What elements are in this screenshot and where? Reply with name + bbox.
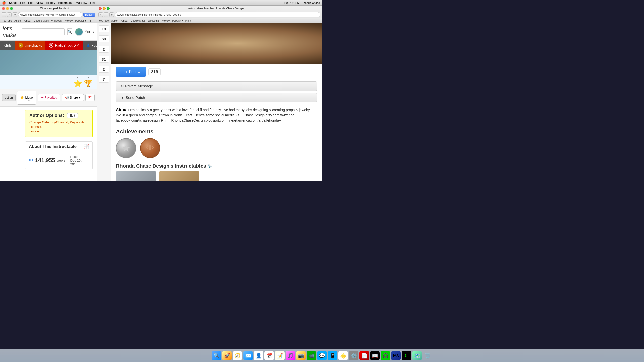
left-toolbar: ‹ › ↻ Reader	[0, 11, 97, 18]
locale-link[interactable]: Locale	[29, 129, 39, 133]
profile-actions: + + Follow 319	[111, 64, 322, 79]
search-button[interactable]: 🔍	[67, 28, 72, 35]
channel-mikehacks[interactable]: m! #mikehacks	[15, 41, 46, 50]
bookmark-popular[interactable]: Popular ▾	[75, 19, 86, 22]
private-message-button[interactable]: ✉ Private Message	[116, 81, 317, 91]
num-badge-18: 18	[99, 25, 109, 32]
left-url-bar[interactable]	[18, 12, 82, 17]
about-stats: 👁 141,955 views Posted: Dec 20, 2013	[25, 152, 92, 169]
user-label: You	[85, 30, 91, 34]
file-menu[interactable]: File	[20, 1, 25, 5]
plus-icon: +	[122, 70, 124, 74]
bookmark-wikipedia[interactable]: Wikipedia	[51, 19, 62, 22]
bookmark-news[interactable]: News ▾	[65, 19, 73, 22]
posted-label: Posted:	[70, 155, 89, 159]
send-patch-button[interactable]: 🎖 Send Patch	[116, 93, 317, 102]
reader-button[interactable]: Reader	[83, 13, 95, 17]
safari-menu[interactable]: Safari	[9, 1, 17, 5]
achievements-section: Achievements ★ 👁	[111, 126, 322, 161]
back-button[interactable]: ‹	[2, 12, 6, 17]
share-button[interactable]: 📢 Share ▾	[62, 94, 84, 101]
about-title: About This Instructable	[29, 144, 77, 149]
collection-button[interactable]: ection	[2, 94, 16, 101]
trophy-badge-icon: 🏆	[84, 79, 93, 88]
right-close-button[interactable]	[99, 7, 102, 10]
instructables-listing: Rhonda Chase Design's Instructables 📡	[111, 161, 322, 181]
bookmark-youtube[interactable]: YouTube	[2, 19, 12, 22]
apple-menu[interactable]: 🍎	[2, 1, 6, 5]
right-bookmark-yahoo[interactable]: Yahoo!	[120, 19, 128, 22]
channel-fashion[interactable]: 👗 Fashion	[83, 41, 97, 50]
right-refresh-button[interactable]: ↻	[109, 12, 114, 17]
forward-button[interactable]: ›	[7, 12, 12, 17]
bookmark-apple[interactable]: Apple	[14, 19, 21, 22]
keywords-link[interactable]: Keywords	[70, 120, 84, 124]
left-traffic-lights	[2, 7, 13, 10]
left-browser-chrome: Wire Wrapped Pendant ‹ › ↻ Reader YouTub…	[0, 6, 97, 23]
change-category-link[interactable]: Change Category/Channel	[29, 120, 68, 124]
maximize-button[interactable]	[10, 7, 13, 10]
right-window-title: Instructables Member: Rhonda Chase Desig…	[111, 7, 320, 10]
action-bar: ection ✋ I Made it! ❤ Favorited 📢 Share …	[0, 89, 97, 107]
follow-button[interactable]: + + Follow	[116, 67, 146, 77]
instructables-grid	[116, 171, 317, 181]
lets-make-logo: let's make	[3, 25, 19, 38]
badge-star-arrow: ▼	[76, 76, 79, 79]
author-option-links: Change Category/Channel, Keywords, Licen…	[29, 120, 88, 134]
views-area: 👁 141,955 views	[29, 157, 65, 164]
num-badge-2a: 2	[99, 46, 109, 53]
right-bookmark-apple[interactable]: Apple	[111, 19, 118, 22]
flag-button[interactable]: 🚩	[85, 94, 95, 101]
right-minimize-button[interactable]	[103, 7, 106, 10]
author-title-row: Author Options: Edit	[29, 113, 88, 118]
right-maximize-button[interactable]	[107, 7, 110, 10]
close-button[interactable]	[2, 7, 5, 10]
right-bookmarks: YouTube Apple Yahoo! Google Maps Wikiped…	[97, 18, 322, 23]
message-actions: ✉ Private Message 🎖 Send Patch	[111, 79, 322, 105]
channel-lebits[interactable]: leBits	[0, 41, 15, 50]
right-bookmark-wikipedia[interactable]: Wikipedia	[148, 19, 159, 22]
bookmark-yahoo[interactable]: Yahoo!	[23, 19, 31, 22]
right-bookmark-popular[interactable]: Popular ▾	[172, 19, 183, 22]
right-bookmark-news[interactable]: News ▾	[162, 19, 170, 22]
view-menu[interactable]: View	[36, 1, 43, 5]
channel-radioshack[interactable]: R RadioShack DIY	[45, 41, 82, 50]
num-badge-60: 60	[99, 35, 109, 42]
silver-badge: ★	[116, 138, 136, 158]
edit-menu[interactable]: Edit	[28, 1, 33, 5]
bookmark-pinit[interactable]: Pin It	[89, 19, 94, 22]
window-menu[interactable]: Window	[76, 1, 87, 5]
license-link[interactable]: License	[29, 125, 41, 129]
user-area[interactable]: You ▾	[75, 28, 94, 36]
stats-chart-icon[interactable]: 📈	[84, 144, 89, 149]
menubar-right: Tue 7:31 PM Rhonda Chase	[284, 1, 322, 4]
eye-icon: 👁	[29, 158, 33, 163]
right-forward-button[interactable]: ›	[104, 12, 108, 17]
help-menu[interactable]: Help	[90, 1, 96, 5]
browser-right: Instructables Member: Rhonda Chase Desig…	[97, 6, 322, 181]
send-patch-label: Send Patch	[126, 95, 145, 100]
right-url-bar[interactable]	[115, 12, 320, 17]
search-input[interactable]	[22, 28, 65, 35]
instructable-thumb-1[interactable]	[116, 171, 156, 181]
right-back-button[interactable]: ‹	[98, 12, 103, 17]
right-bookmark-google-maps[interactable]: Google Maps	[131, 19, 145, 22]
right-bookmark-youtube[interactable]: YouTube	[99, 19, 109, 22]
bookmark-google-maps[interactable]: Google Maps	[34, 19, 49, 22]
left-titlebar: Wire Wrapped Pendant	[0, 6, 97, 11]
bookmarks-menu[interactable]: Bookmarks	[58, 1, 73, 5]
instructable-thumb-2[interactable]	[159, 171, 199, 181]
follow-label: + Follow	[125, 70, 140, 74]
refresh-button[interactable]: ↻	[13, 12, 17, 17]
minimize-button[interactable]	[6, 7, 9, 10]
right-main-content: 18 60 2 31 2 7 + + Follow 3	[97, 23, 322, 181]
edit-button[interactable]: Edit	[67, 113, 78, 118]
history-menu[interactable]: History	[46, 1, 55, 5]
menubar-user: Rhonda Chase	[302, 1, 320, 4]
posted-area: Posted: Dec 20, 2013	[70, 155, 89, 166]
favorited-button[interactable]: ❤ Favorited	[38, 94, 60, 101]
right-bookmark-pinit[interactable]: Pin It	[185, 19, 191, 22]
num-badge-2b: 2	[99, 66, 109, 73]
made-it-button[interactable]: ✋ I Made it!	[17, 90, 36, 105]
hero-image	[0, 50, 97, 75]
